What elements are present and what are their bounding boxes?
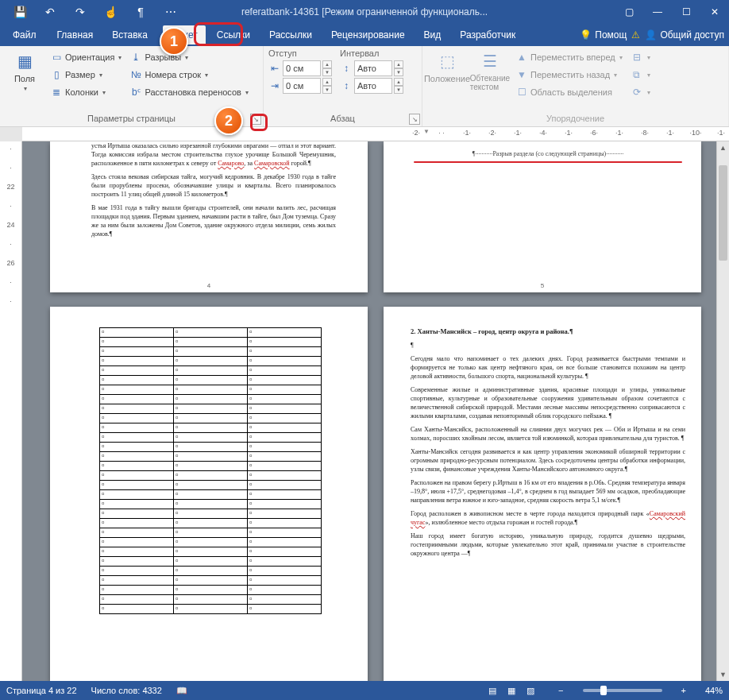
spinner-icon[interactable]: ▲▼ [322,78,332,94]
table-cell[interactable]: ¤ [174,605,248,614]
spinner-icon[interactable]: ▲▼ [322,60,332,76]
line-numbers-button[interactable]: №Номера строк▾ [127,66,250,83]
table-cell[interactable]: ¤ [174,395,248,404]
margins-button[interactable]: ▦ Поля ▾ [5,48,44,94]
page-4[interactable]: устья Иртыша оказалась сильно изрезанной… [50,141,368,292]
scroll-up-icon[interactable]: ▲ [717,141,729,154]
table-cell[interactable]: ¤ [100,490,174,500]
table-cell[interactable]: ¤ [174,357,248,366]
table-cell[interactable]: ¤ [174,519,248,528]
table-cell[interactable]: ¤ [248,567,322,576]
tab-references[interactable]: Ссылки [209,25,258,44]
breaks-button[interactable]: ⤓Разрывы▾ [127,48,250,66]
table-cell[interactable]: ¤ [100,423,174,433]
table-cell[interactable]: ¤ [174,452,248,462]
page-indicator[interactable]: Страница 4 из 22 [6,686,77,695]
table-cell[interactable]: ¤ [174,595,248,605]
minimize-button[interactable]: — [643,0,672,24]
table-cell[interactable]: ¤ [100,519,174,528]
table-cell[interactable]: ¤ [174,509,248,519]
table-cell[interactable]: ¤ [248,481,322,490]
spellcheck-icon[interactable]: 📖 [176,686,187,696]
tab-mailings[interactable]: Рассылки [261,25,320,44]
table-cell[interactable]: ¤ [100,347,174,357]
tab-review[interactable]: Рецензирование [323,25,413,44]
table-cell[interactable]: ¤ [248,605,322,614]
print-layout-button[interactable]: ▦ [503,683,520,698]
paragraph-dialog-launcher[interactable]: ↘ [409,114,420,125]
columns-button[interactable]: ≣Колонки▾ [48,83,124,101]
vertical-scrollbar[interactable]: ▲ ▼ [716,141,729,681]
size-button[interactable]: ▯Размер▾ [48,66,124,83]
zoom-level[interactable]: 44% [705,686,723,695]
table-cell[interactable]: ¤ [100,576,174,586]
qat-more-button[interactable]: ⋯ [156,0,186,24]
table-cell[interactable]: ¤ [248,385,322,395]
table-cell[interactable]: ¤ [174,423,248,433]
page-6[interactable]: ¤¤¤¤¤¤¤¤¤¤¤¤¤¤¤¤¤¤¤¤¤¤¤¤¤¤¤¤¤¤¤¤¤¤¤¤¤¤¤¤… [50,307,368,681]
table-cell[interactable]: ¤ [248,538,322,547]
table-cell[interactable]: ¤ [100,605,174,614]
table-cell[interactable]: ¤ [174,576,248,586]
table-cell[interactable]: ¤ [174,347,248,357]
share-button[interactable]: 👤 Общий доступ [645,29,724,41]
table-cell[interactable]: ¤ [248,443,322,452]
table-cell[interactable]: ¤ [100,500,174,509]
page-5[interactable]: ¶···········Разрыв раздела (со следующей… [384,141,701,292]
tab-insert[interactable]: Вставка [104,25,156,44]
scroll-down-icon[interactable]: ▼ [717,668,729,681]
table-cell[interactable]: ¤ [174,404,248,414]
pages-viewport[interactable]: устья Иртыша оказалась сильно изрезанной… [22,141,729,681]
table-cell[interactable]: ¤ [174,500,248,509]
paragraph-marks-button[interactable]: ¶ [125,0,156,24]
table-cell[interactable]: ¤ [100,471,174,481]
table-cell[interactable]: ¤ [174,338,248,347]
table-cell[interactable]: ¤ [248,576,322,586]
tab-view[interactable]: Вид [416,25,449,44]
table-cell[interactable]: ¤ [174,586,248,595]
table-cell[interactable]: ¤ [100,385,174,395]
table-cell[interactable]: ¤ [248,547,322,557]
hyphenation-button[interactable]: bᶜРасстановка переносов▾ [127,83,250,101]
table-cell[interactable]: ¤ [100,547,174,557]
table-cell[interactable]: ¤ [174,557,248,567]
undo-button[interactable]: ↶ [35,0,65,24]
table-cell[interactable]: ¤ [174,328,248,338]
spacing-before-input[interactable]: ↕Авто▲▼ [340,60,403,77]
table-cell[interactable]: ¤ [248,462,322,471]
close-button[interactable]: ✕ [700,0,729,24]
table-cell[interactable]: ¤ [248,328,322,338]
table-cell[interactable]: ¤ [174,443,248,452]
zoom-slider[interactable] [583,689,662,692]
table-cell[interactable]: ¤ [174,462,248,471]
read-mode-button[interactable]: ▤ [484,683,501,698]
table-cell[interactable]: ¤ [248,509,322,519]
table-cell[interactable]: ¤ [174,490,248,500]
table-cell[interactable]: ¤ [248,366,322,376]
scrollbar-thumb[interactable] [719,165,727,261]
table-cell[interactable]: ¤ [174,538,248,547]
zoom-slider-knob[interactable] [600,686,607,695]
horizontal-ruler[interactable]: ·2·· ··1··2··1··4··1··6··1··8··1··10··1·… [22,127,729,141]
web-layout-button[interactable]: ▨ [522,683,539,698]
table-cell[interactable]: ¤ [248,404,322,414]
tell-me-button[interactable]: 💡 Помощ [580,29,627,41]
ribbon-options-button[interactable]: ▢ [615,0,643,24]
table-cell[interactable]: ¤ [248,357,322,366]
table-cell[interactable]: ¤ [100,586,174,595]
spacing-after-input[interactable]: ↕Авто▲▼ [340,77,403,95]
indent-right-input[interactable]: ⇥0 см▲▼ [268,77,332,95]
table-cell[interactable]: ¤ [248,490,322,500]
table-cell[interactable]: ¤ [100,376,174,385]
page-7[interactable]: 2. Ханты-Мансийск – город, центр округа … [384,307,701,681]
table-cell[interactable]: ¤ [100,452,174,462]
table-cell[interactable]: ¤ [100,557,174,567]
indent-left-input[interactable]: ⇤0 см▲▼ [268,60,332,77]
table-cell[interactable]: ¤ [248,586,322,595]
page-setup-dialog-launcher[interactable]: ↘ [250,114,261,125]
zoom-in-button[interactable]: + [677,686,691,695]
table-cell[interactable]: ¤ [248,471,322,481]
maximize-button[interactable]: ☐ [672,0,700,24]
table-cell[interactable]: ¤ [248,500,322,509]
table-cell[interactable]: ¤ [100,395,174,404]
